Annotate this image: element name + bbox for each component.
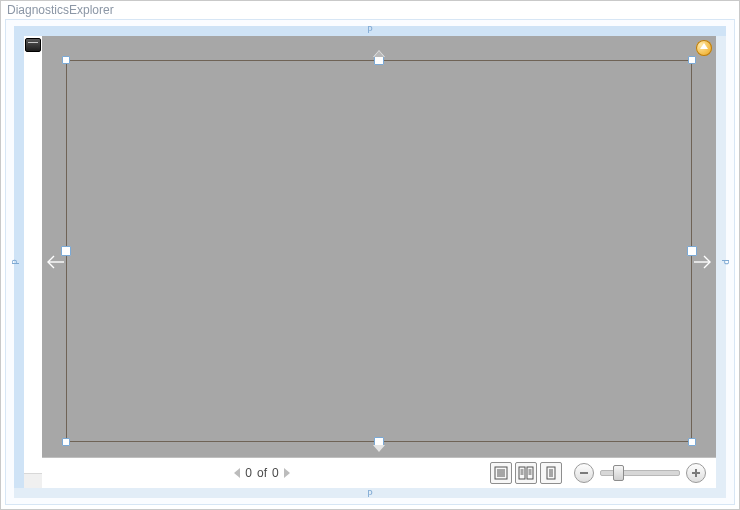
resize-handle-se[interactable] — [688, 438, 696, 446]
ruler-top[interactable] — [14, 26, 726, 36]
resize-handle-ne[interactable] — [688, 56, 696, 64]
expand-down-icon[interactable] — [373, 445, 385, 452]
expand-left-icon[interactable] — [45, 254, 65, 270]
designer-window: DiagnosticsExplorer P P P P — [0, 0, 740, 510]
view-mode-two-pages[interactable] — [515, 462, 537, 484]
next-page-button[interactable] — [284, 468, 290, 478]
view-mode-page-width[interactable] — [540, 462, 562, 484]
page-navigator: 0 of 0 — [42, 466, 482, 480]
expand-up-icon[interactable] — [373, 50, 385, 57]
svg-rect-7 — [519, 467, 525, 479]
ruler-bottom[interactable] — [14, 488, 726, 498]
page-border — [66, 60, 692, 442]
zoom-control — [570, 463, 716, 483]
zoom-in-button[interactable] — [686, 463, 706, 483]
help-arrow-up-icon[interactable] — [696, 40, 712, 56]
zoom-slider[interactable] — [600, 470, 680, 476]
resize-handle-sw[interactable] — [62, 438, 70, 446]
expand-right-icon[interactable] — [693, 254, 713, 270]
ruler-right[interactable] — [716, 36, 726, 488]
selection-frame: P P P P — [14, 26, 726, 498]
svg-rect-2 — [495, 467, 507, 479]
page-total: 0 — [272, 466, 279, 480]
zoom-slider-knob[interactable] — [613, 465, 624, 481]
window-title: DiagnosticsExplorer — [1, 1, 739, 19]
page-separator: of — [257, 466, 267, 480]
design-canvas: 0 of 0 — [24, 36, 716, 488]
collapse-chip-icon[interactable] — [25, 38, 41, 52]
view-mode-group — [482, 462, 570, 484]
svg-rect-15 — [547, 467, 555, 479]
view-mode-whole-page[interactable] — [490, 462, 512, 484]
svg-rect-8 — [527, 467, 533, 479]
prev-page-button[interactable] — [234, 468, 240, 478]
designer-client: P P P P — [5, 19, 735, 505]
resize-handle-nw[interactable] — [62, 56, 70, 64]
outline-gutter — [24, 36, 43, 488]
page-placeholder[interactable] — [66, 60, 692, 442]
zoom-out-button[interactable] — [574, 463, 594, 483]
ruler-left[interactable] — [14, 36, 24, 488]
page-current: 0 — [245, 466, 252, 480]
viewer-toolbar: 0 of 0 — [42, 457, 716, 488]
document-viewer[interactable] — [42, 36, 716, 488]
